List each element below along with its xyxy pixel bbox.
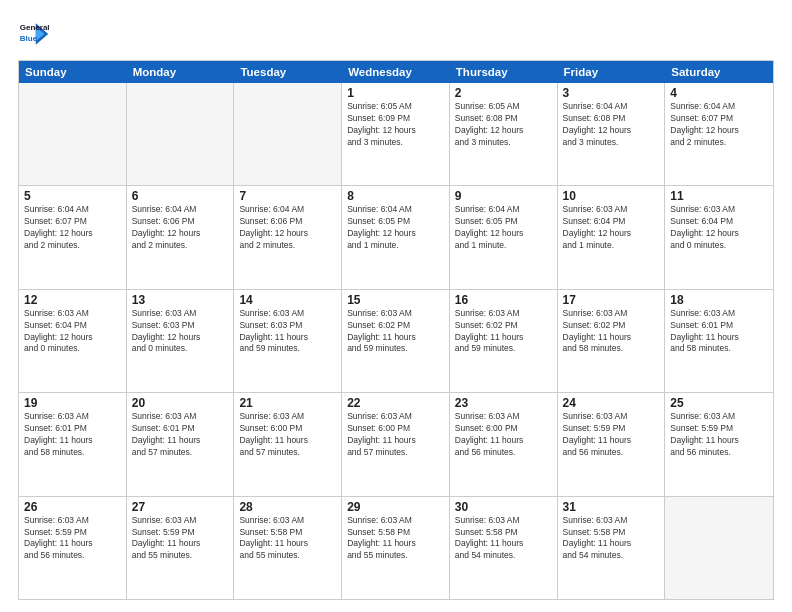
cell-day-number: 30 <box>455 500 552 514</box>
cell-day-number: 22 <box>347 396 444 410</box>
calendar-cell: 26Sunrise: 6:03 AM Sunset: 5:59 PM Dayli… <box>19 497 127 599</box>
cell-day-number: 21 <box>239 396 336 410</box>
cell-info: Sunrise: 6:04 AM Sunset: 6:07 PM Dayligh… <box>24 204 121 252</box>
cell-info: Sunrise: 6:03 AM Sunset: 6:04 PM Dayligh… <box>24 308 121 356</box>
calendar-row: 5Sunrise: 6:04 AM Sunset: 6:07 PM Daylig… <box>19 185 773 288</box>
cell-info: Sunrise: 6:03 AM Sunset: 6:00 PM Dayligh… <box>455 411 552 459</box>
cell-info: Sunrise: 6:03 AM Sunset: 6:04 PM Dayligh… <box>563 204 660 252</box>
day-header-tuesday: Tuesday <box>234 61 342 83</box>
cell-info: Sunrise: 6:03 AM Sunset: 5:58 PM Dayligh… <box>455 515 552 563</box>
cell-day-number: 8 <box>347 189 444 203</box>
cell-day-number: 13 <box>132 293 229 307</box>
calendar-cell: 22Sunrise: 6:03 AM Sunset: 6:00 PM Dayli… <box>342 393 450 495</box>
cell-day-number: 3 <box>563 86 660 100</box>
calendar: SundayMondayTuesdayWednesdayThursdayFrid… <box>18 60 774 600</box>
cell-info: Sunrise: 6:03 AM Sunset: 5:59 PM Dayligh… <box>24 515 121 563</box>
calendar-row: 19Sunrise: 6:03 AM Sunset: 6:01 PM Dayli… <box>19 392 773 495</box>
calendar-cell: 27Sunrise: 6:03 AM Sunset: 5:59 PM Dayli… <box>127 497 235 599</box>
svg-text:General: General <box>20 23 50 32</box>
calendar-cell: 9Sunrise: 6:04 AM Sunset: 6:05 PM Daylig… <box>450 186 558 288</box>
cell-info: Sunrise: 6:03 AM Sunset: 5:59 PM Dayligh… <box>563 411 660 459</box>
day-header-thursday: Thursday <box>450 61 558 83</box>
calendar-cell: 11Sunrise: 6:03 AM Sunset: 6:04 PM Dayli… <box>665 186 773 288</box>
calendar-cell: 2Sunrise: 6:05 AM Sunset: 6:08 PM Daylig… <box>450 83 558 185</box>
calendar-cell: 5Sunrise: 6:04 AM Sunset: 6:07 PM Daylig… <box>19 186 127 288</box>
calendar-cell: 24Sunrise: 6:03 AM Sunset: 5:59 PM Dayli… <box>558 393 666 495</box>
cell-day-number: 11 <box>670 189 768 203</box>
cell-info: Sunrise: 6:03 AM Sunset: 6:03 PM Dayligh… <box>132 308 229 356</box>
cell-day-number: 12 <box>24 293 121 307</box>
day-header-monday: Monday <box>127 61 235 83</box>
calendar-cell: 14Sunrise: 6:03 AM Sunset: 6:03 PM Dayli… <box>234 290 342 392</box>
logo: General Blue <box>18 18 50 50</box>
calendar-cell: 4Sunrise: 6:04 AM Sunset: 6:07 PM Daylig… <box>665 83 773 185</box>
cell-info: Sunrise: 6:04 AM Sunset: 6:08 PM Dayligh… <box>563 101 660 149</box>
cell-info: Sunrise: 6:04 AM Sunset: 6:06 PM Dayligh… <box>239 204 336 252</box>
day-header-wednesday: Wednesday <box>342 61 450 83</box>
svg-text:Blue: Blue <box>20 34 38 43</box>
cell-day-number: 7 <box>239 189 336 203</box>
cell-info: Sunrise: 6:03 AM Sunset: 6:01 PM Dayligh… <box>670 308 768 356</box>
cell-day-number: 15 <box>347 293 444 307</box>
calendar-cell: 31Sunrise: 6:03 AM Sunset: 5:58 PM Dayli… <box>558 497 666 599</box>
cell-day-number: 4 <box>670 86 768 100</box>
calendar-cell <box>665 497 773 599</box>
cell-day-number: 2 <box>455 86 552 100</box>
calendar-cell <box>19 83 127 185</box>
cell-day-number: 17 <box>563 293 660 307</box>
cell-day-number: 1 <box>347 86 444 100</box>
calendar-cell: 25Sunrise: 6:03 AM Sunset: 5:59 PM Dayli… <box>665 393 773 495</box>
logo-icon: General Blue <box>18 18 50 50</box>
cell-day-number: 10 <box>563 189 660 203</box>
cell-day-number: 5 <box>24 189 121 203</box>
cell-info: Sunrise: 6:03 AM Sunset: 6:01 PM Dayligh… <box>24 411 121 459</box>
calendar-cell: 29Sunrise: 6:03 AM Sunset: 5:58 PM Dayli… <box>342 497 450 599</box>
calendar-cell: 28Sunrise: 6:03 AM Sunset: 5:58 PM Dayli… <box>234 497 342 599</box>
cell-info: Sunrise: 6:03 AM Sunset: 6:01 PM Dayligh… <box>132 411 229 459</box>
page: General Blue SundayMondayTuesdayWednesda… <box>0 0 792 612</box>
calendar-cell: 13Sunrise: 6:03 AM Sunset: 6:03 PM Dayli… <box>127 290 235 392</box>
cell-day-number: 14 <box>239 293 336 307</box>
cell-info: Sunrise: 6:03 AM Sunset: 6:02 PM Dayligh… <box>455 308 552 356</box>
calendar-cell: 20Sunrise: 6:03 AM Sunset: 6:01 PM Dayli… <box>127 393 235 495</box>
cell-day-number: 9 <box>455 189 552 203</box>
cell-info: Sunrise: 6:03 AM Sunset: 6:00 PM Dayligh… <box>347 411 444 459</box>
cell-day-number: 19 <box>24 396 121 410</box>
cell-day-number: 23 <box>455 396 552 410</box>
cell-day-number: 26 <box>24 500 121 514</box>
cell-info: Sunrise: 6:03 AM Sunset: 5:58 PM Dayligh… <box>239 515 336 563</box>
calendar-cell: 16Sunrise: 6:03 AM Sunset: 6:02 PM Dayli… <box>450 290 558 392</box>
header: General Blue <box>18 18 774 50</box>
cell-day-number: 20 <box>132 396 229 410</box>
calendar-cell <box>127 83 235 185</box>
day-header-sunday: Sunday <box>19 61 127 83</box>
cell-info: Sunrise: 6:04 AM Sunset: 6:05 PM Dayligh… <box>455 204 552 252</box>
cell-info: Sunrise: 6:03 AM Sunset: 5:59 PM Dayligh… <box>132 515 229 563</box>
cell-day-number: 24 <box>563 396 660 410</box>
calendar-row: 26Sunrise: 6:03 AM Sunset: 5:59 PM Dayli… <box>19 496 773 599</box>
cell-day-number: 27 <box>132 500 229 514</box>
calendar-cell: 15Sunrise: 6:03 AM Sunset: 6:02 PM Dayli… <box>342 290 450 392</box>
calendar-cell <box>234 83 342 185</box>
calendar-cell: 3Sunrise: 6:04 AM Sunset: 6:08 PM Daylig… <box>558 83 666 185</box>
calendar-cell: 1Sunrise: 6:05 AM Sunset: 6:09 PM Daylig… <box>342 83 450 185</box>
calendar-row: 12Sunrise: 6:03 AM Sunset: 6:04 PM Dayli… <box>19 289 773 392</box>
cell-info: Sunrise: 6:03 AM Sunset: 5:58 PM Dayligh… <box>563 515 660 563</box>
calendar-cell: 8Sunrise: 6:04 AM Sunset: 6:05 PM Daylig… <box>342 186 450 288</box>
cell-info: Sunrise: 6:03 AM Sunset: 6:02 PM Dayligh… <box>563 308 660 356</box>
calendar-cell: 23Sunrise: 6:03 AM Sunset: 6:00 PM Dayli… <box>450 393 558 495</box>
calendar-body: 1Sunrise: 6:05 AM Sunset: 6:09 PM Daylig… <box>19 83 773 599</box>
cell-day-number: 6 <box>132 189 229 203</box>
day-headers: SundayMondayTuesdayWednesdayThursdayFrid… <box>19 61 773 83</box>
calendar-cell: 21Sunrise: 6:03 AM Sunset: 6:00 PM Dayli… <box>234 393 342 495</box>
cell-info: Sunrise: 6:04 AM Sunset: 6:06 PM Dayligh… <box>132 204 229 252</box>
cell-info: Sunrise: 6:03 AM Sunset: 6:04 PM Dayligh… <box>670 204 768 252</box>
calendar-cell: 18Sunrise: 6:03 AM Sunset: 6:01 PM Dayli… <box>665 290 773 392</box>
calendar-cell: 17Sunrise: 6:03 AM Sunset: 6:02 PM Dayli… <box>558 290 666 392</box>
day-header-friday: Friday <box>558 61 666 83</box>
cell-day-number: 31 <box>563 500 660 514</box>
cell-info: Sunrise: 6:03 AM Sunset: 6:02 PM Dayligh… <box>347 308 444 356</box>
calendar-cell: 10Sunrise: 6:03 AM Sunset: 6:04 PM Dayli… <box>558 186 666 288</box>
calendar-cell: 12Sunrise: 6:03 AM Sunset: 6:04 PM Dayli… <box>19 290 127 392</box>
cell-info: Sunrise: 6:03 AM Sunset: 5:58 PM Dayligh… <box>347 515 444 563</box>
